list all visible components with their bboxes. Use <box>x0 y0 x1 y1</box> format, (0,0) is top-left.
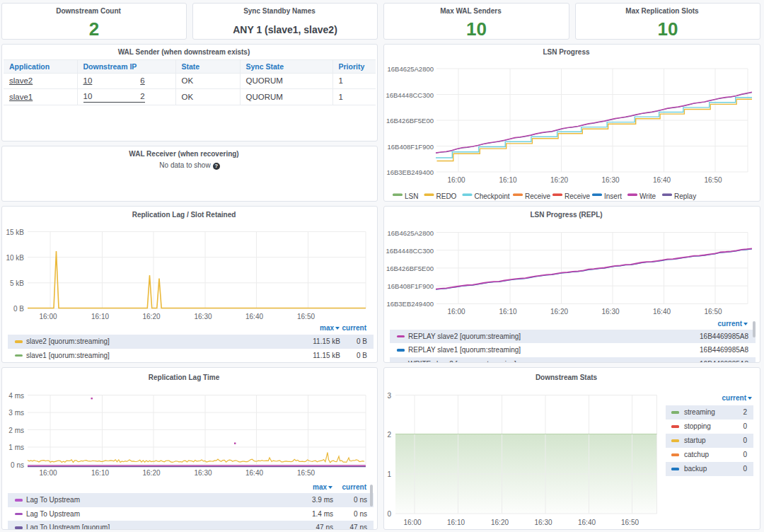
svg-text:16:00: 16:00 <box>447 308 465 316</box>
svg-text:Receive: Receive <box>565 192 591 200</box>
svg-text:16:00: 16:00 <box>39 313 57 320</box>
svg-text:16B3EB249400: 16B3EB249400 <box>386 168 434 176</box>
svg-text:3: 3 <box>387 392 391 400</box>
svg-text:16B408F1F900: 16B408F1F900 <box>388 143 434 151</box>
svg-text:16:40: 16:40 <box>245 469 263 477</box>
svg-text:LSN: LSN <box>405 192 418 200</box>
svg-text:2: 2 <box>387 431 391 439</box>
svg-text:16B3EB249400: 16B3EB249400 <box>386 300 434 308</box>
svg-text:2 ms: 2 ms <box>8 427 24 434</box>
svg-text:Replay: Replay <box>674 192 696 200</box>
svg-text:16:00: 16:00 <box>403 519 421 526</box>
svg-text:16B4448CC300: 16B4448CC300 <box>386 91 434 99</box>
svg-text:16:40: 16:40 <box>653 176 671 184</box>
svg-text:16:50: 16:50 <box>704 308 722 316</box>
svg-text:16B4625A2800: 16B4625A2800 <box>387 229 434 237</box>
svg-text:10 kB: 10 kB <box>6 254 24 262</box>
svg-text:15 kB: 15 kB <box>6 229 24 236</box>
svg-text:16:30: 16:30 <box>601 308 619 316</box>
svg-text:3 ms: 3 ms <box>8 409 24 417</box>
svg-text:16B408F1F900: 16B408F1F900 <box>388 282 434 290</box>
svg-text:16:40: 16:40 <box>653 308 671 316</box>
svg-text:16:10: 16:10 <box>499 308 516 316</box>
svg-text:16:50: 16:50 <box>621 519 639 526</box>
svg-text:16:30: 16:30 <box>194 313 212 320</box>
svg-text:16:50: 16:50 <box>704 176 722 184</box>
svg-text:16:10: 16:10 <box>91 469 109 477</box>
svg-text:0: 0 <box>387 510 391 518</box>
svg-text:16:10: 16:10 <box>91 313 109 320</box>
svg-text:16:40: 16:40 <box>578 519 596 526</box>
svg-text:REDO: REDO <box>436 192 457 200</box>
svg-text:16:20: 16:20 <box>550 176 568 184</box>
svg-text:16B4625A2800: 16B4625A2800 <box>387 65 434 73</box>
svg-text:5 kB: 5 kB <box>10 279 24 287</box>
svg-text:Checkpoint: Checkpoint <box>475 192 510 200</box>
svg-text:1: 1 <box>387 470 391 478</box>
svg-text:Insert: Insert <box>604 192 622 200</box>
svg-text:16:20: 16:20 <box>142 469 160 477</box>
svg-text:16:10: 16:10 <box>447 519 465 526</box>
svg-text:16B426BF5E00: 16B426BF5E00 <box>386 265 434 272</box>
svg-text:16:30: 16:30 <box>194 469 212 477</box>
svg-text:4 ms: 4 ms <box>8 392 24 400</box>
svg-text:16:10: 16:10 <box>499 176 516 184</box>
svg-text:16:20: 16:20 <box>491 519 509 526</box>
svg-text:16:50: 16:50 <box>297 313 315 320</box>
svg-text:16:30: 16:30 <box>601 176 619 184</box>
svg-text:16:40: 16:40 <box>245 313 263 320</box>
svg-text:1 ms: 1 ms <box>8 444 24 451</box>
svg-text:16:20: 16:20 <box>142 313 160 320</box>
svg-text:Write: Write <box>639 192 656 200</box>
svg-text:16:30: 16:30 <box>534 519 552 526</box>
svg-text:16:50: 16:50 <box>297 469 315 477</box>
svg-text:16:20: 16:20 <box>550 308 568 316</box>
svg-text:16:00: 16:00 <box>447 176 465 184</box>
svg-text:16B426BF5E00: 16B426BF5E00 <box>386 117 434 125</box>
svg-text:0 ns: 0 ns <box>11 461 24 469</box>
svg-text:Receive: Receive <box>525 192 551 200</box>
svg-text:16:00: 16:00 <box>39 469 57 477</box>
svg-text:16B4448CC300: 16B4448CC300 <box>386 247 434 255</box>
svg-text:0 B: 0 B <box>13 305 24 313</box>
